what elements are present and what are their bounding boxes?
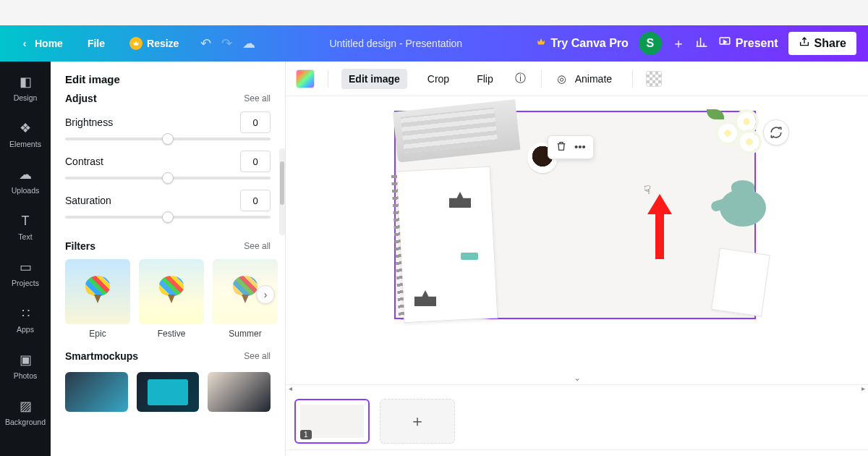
flip-button[interactable]: Flip bbox=[469, 69, 501, 89]
slide-eraser-graphic bbox=[461, 253, 478, 260]
scroll-right-icon[interactable]: ▸ bbox=[861, 384, 865, 392]
add-page-button[interactable]: ＋ bbox=[380, 399, 455, 444]
contrast-slider[interactable] bbox=[65, 177, 271, 180]
smartmockups-seeall[interactable]: See all bbox=[244, 351, 271, 361]
home-label: Home bbox=[35, 38, 63, 49]
divider bbox=[541, 70, 542, 88]
filter-epic[interactable]: Epic bbox=[65, 259, 130, 339]
present-button[interactable]: Present bbox=[718, 35, 778, 51]
undo-button[interactable]: ↶ bbox=[200, 35, 211, 51]
info-icon[interactable]: ⓘ bbox=[514, 72, 528, 86]
document-title[interactable]: Untitled design - Presentation bbox=[264, 38, 527, 49]
delete-button[interactable] bbox=[556, 140, 567, 154]
rail-label: Apps bbox=[17, 325, 34, 334]
rail-apps[interactable]: ∷Apps bbox=[0, 296, 51, 342]
slider-thumb[interactable] bbox=[162, 172, 174, 184]
redo-button[interactable]: ↷ bbox=[221, 35, 232, 51]
avatar[interactable]: S bbox=[639, 32, 662, 55]
adjust-section: Adjust See all Brightness 0 Contrast 0 S… bbox=[51, 85, 285, 233]
saturation-value[interactable]: 0 bbox=[240, 190, 271, 211]
crown-icon bbox=[536, 37, 546, 50]
mockup-card[interactable] bbox=[137, 372, 200, 412]
rail-elements[interactable]: ❖Elements bbox=[0, 111, 51, 157]
divider bbox=[328, 70, 328, 88]
divider bbox=[632, 70, 633, 88]
more-options-button[interactable]: ••• bbox=[574, 140, 586, 154]
analytics-icon[interactable] bbox=[695, 35, 708, 51]
file-label: File bbox=[88, 38, 105, 49]
adjust-seeall[interactable]: See all bbox=[244, 93, 271, 104]
contrast-value[interactable]: 0 bbox=[240, 151, 271, 172]
rail-text[interactable]: TText bbox=[0, 203, 51, 250]
slide-paper-graphic bbox=[711, 248, 770, 317]
filter-festive[interactable]: Festive bbox=[139, 259, 204, 339]
mockup-card[interactable] bbox=[65, 372, 128, 412]
chevron-left-icon: ‹ bbox=[19, 38, 30, 49]
canvas-area: Edit image Crop Flip ⓘ ◎ Animate bbox=[286, 62, 868, 456]
regenerate-button[interactable] bbox=[763, 119, 789, 145]
rail-label: Photos bbox=[14, 371, 38, 380]
page-thumbnails: 1 ＋ bbox=[286, 393, 868, 449]
filters-seeall[interactable]: See all bbox=[244, 241, 271, 251]
animate-button[interactable]: Animate bbox=[575, 69, 619, 89]
scroll-left-icon[interactable]: ◂ bbox=[289, 384, 292, 392]
rail-label: Text bbox=[18, 232, 32, 241]
cloud-sync-icon: ☁ bbox=[242, 35, 255, 51]
contrast-label: Contrast bbox=[65, 156, 103, 167]
elements-icon: ❖ bbox=[17, 119, 34, 137]
saturation-label: Saturation bbox=[65, 195, 111, 206]
background-icon: ▨ bbox=[17, 397, 34, 415]
slider-thumb[interactable] bbox=[162, 211, 174, 223]
adjust-title: Adjust bbox=[65, 93, 97, 104]
rail-label: Uploads bbox=[12, 186, 40, 195]
slide-flowers-graphic bbox=[698, 108, 763, 159]
topbar: ‹ Home File Resize ↶ ↷ ☁ Untitled design… bbox=[0, 25, 868, 62]
brightness-label: Brightness bbox=[65, 117, 113, 128]
share-icon bbox=[799, 36, 810, 51]
brightness-value[interactable]: 0 bbox=[240, 111, 271, 133]
collapse-pages-button[interactable]: ⌄ bbox=[574, 373, 581, 383]
crop-button[interactable]: Crop bbox=[420, 69, 456, 89]
present-label: Present bbox=[736, 37, 778, 50]
apps-icon: ∷ bbox=[17, 305, 34, 322]
brightness-slider[interactable] bbox=[65, 138, 271, 140]
transparency-button[interactable] bbox=[646, 71, 662, 87]
horizontal-scrollbar[interactable]: ◂ ▸ bbox=[286, 384, 868, 393]
smartmockups-title: Smartmockups bbox=[65, 350, 138, 362]
home-button[interactable]: ‹ Home bbox=[12, 33, 70, 54]
pro-label: Try Canva Pro bbox=[550, 37, 629, 50]
rail-uploads[interactable]: ☁Uploads bbox=[0, 157, 51, 203]
file-menu[interactable]: File bbox=[80, 33, 112, 54]
present-icon bbox=[718, 35, 731, 51]
share-button[interactable]: Share bbox=[788, 32, 856, 55]
mockup-card[interactable] bbox=[208, 372, 271, 412]
thumb-number: 1 bbox=[300, 430, 312, 439]
filters-next-button[interactable]: › bbox=[256, 285, 275, 304]
resize-button[interactable]: Resize bbox=[122, 33, 186, 54]
side-panel: Edit image Adjust See all Brightness 0 C… bbox=[51, 62, 286, 456]
try-pro-button[interactable]: Try Canva Pro bbox=[536, 37, 629, 50]
filter-preview bbox=[139, 259, 204, 324]
page-thumbnail[interactable]: 1 bbox=[294, 399, 370, 444]
rail-design[interactable]: ◧Design bbox=[0, 64, 51, 111]
rail-projects[interactable]: ▭Projects bbox=[0, 250, 51, 296]
floating-toolbar: ••• bbox=[548, 135, 594, 159]
stage[interactable]: ••• ☟ ⌄ bbox=[286, 96, 868, 384]
edit-image-button[interactable]: Edit image bbox=[341, 69, 407, 89]
filters-title: Filters bbox=[65, 240, 95, 252]
left-rail: ◧Design ❖Elements ☁Uploads TText ▭Projec… bbox=[0, 62, 51, 456]
color-picker[interactable] bbox=[296, 69, 315, 88]
slide-notebook-graphic bbox=[396, 166, 498, 324]
panel-scrollbar[interactable] bbox=[279, 148, 285, 235]
rail-label: Projects bbox=[12, 279, 39, 287]
share-label: Share bbox=[814, 37, 846, 50]
text-icon: T bbox=[17, 212, 34, 229]
rail-photos[interactable]: ▣Photos bbox=[0, 342, 51, 389]
invite-button[interactable]: ＋ bbox=[672, 35, 685, 52]
context-toolbar: Edit image Crop Flip ⓘ ◎ Animate bbox=[286, 62, 868, 96]
panel-title: Edit image bbox=[51, 62, 285, 85]
filter-name: Epic bbox=[89, 329, 106, 339]
saturation-slider[interactable] bbox=[65, 216, 271, 219]
slider-thumb[interactable] bbox=[162, 133, 174, 145]
rail-background[interactable]: ▨Background bbox=[0, 389, 51, 435]
